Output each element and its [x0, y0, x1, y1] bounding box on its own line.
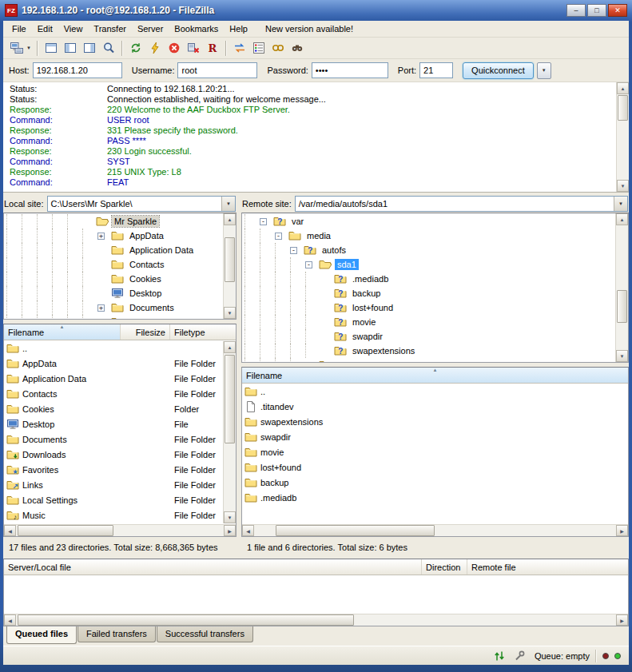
- local-site-combo[interactable]: C:\Users\Mr Sparkle\ ▼: [47, 196, 236, 212]
- tree-item-desktop[interactable]: Desktop: [6, 286, 222, 300]
- file-row-swapextensions[interactable]: swapextensions: [242, 414, 628, 429]
- refresh-icon[interactable]: [126, 39, 145, 58]
- quickconnect-button[interactable]: Quickconnect: [463, 62, 534, 79]
- file-row-movie[interactable]: movie: [242, 444, 628, 459]
- menu-edit[interactable]: Edit: [32, 22, 58, 36]
- menu-new-version-available[interactable]: New version available!: [260, 22, 359, 36]
- file-row-titandev[interactable]: .titandev: [242, 399, 628, 414]
- scrollbar-thumb[interactable]: [18, 525, 113, 536]
- file-row-favorites[interactable]: ★FavoritesFile Folder: [4, 462, 223, 477]
- maximize-button[interactable]: □: [587, 4, 606, 17]
- file-row-swapdir[interactable]: swapdir: [242, 429, 628, 444]
- toggle-queue-icon[interactable]: [99, 39, 118, 58]
- queue-hscrollbar[interactable]: ◀ ▶: [4, 614, 628, 626]
- scroll-up-icon[interactable]: ▲: [224, 341, 236, 353]
- tree-item-documents[interactable]: +Documents: [6, 300, 222, 315]
- remote-site-combo[interactable]: /var/media/autofs/sda1 ▼: [295, 196, 628, 212]
- file-row-local-settings[interactable]: Local SettingsFile Folder: [4, 492, 223, 507]
- tree-item-sda1[interactable]: -sda1: [244, 257, 614, 272]
- chevron-down-icon[interactable]: ▼: [614, 197, 627, 211]
- scroll-up-icon[interactable]: ▲: [616, 213, 628, 225]
- file-row-music[interactable]: ♪MusicFile Folder: [4, 507, 223, 523]
- menu-view[interactable]: View: [58, 22, 89, 36]
- scrollbar-thumb[interactable]: [276, 525, 435, 536]
- scroll-up-icon[interactable]: ▲: [224, 213, 236, 225]
- scrollbar-thumb[interactable]: [225, 355, 235, 443]
- file-row-links[interactable]: ↗LinksFile Folder: [4, 477, 223, 492]
- tree-item-mr-sparkle[interactable]: Mr Sparkle: [6, 214, 222, 229]
- scrollbar-thumb[interactable]: [225, 237, 235, 282]
- column-header-filename[interactable]: ▲Filename: [4, 324, 121, 340]
- scroll-up-icon[interactable]: ▲: [617, 82, 629, 94]
- menu-transfer[interactable]: Transfer: [88, 22, 132, 36]
- tree-item-var[interactable]: -?var: [244, 214, 614, 229]
- file-row-backup[interactable]: backup: [242, 475, 628, 490]
- tree-item-cookies[interactable]: Cookies: [6, 272, 222, 286]
- local-tree-scrollbar[interactable]: ▲ ▼: [223, 213, 236, 319]
- column-header-filesize[interactable]: Filesize: [121, 324, 170, 340]
- host-input[interactable]: [33, 62, 122, 78]
- horizontal-splitter[interactable]: [3, 556, 629, 558]
- scroll-left-icon[interactable]: ◀: [242, 525, 254, 536]
- file-row-downloads[interactable]: DownloadsFile Folder: [4, 447, 223, 462]
- toggle-local-tree-icon[interactable]: [61, 39, 80, 58]
- tree-item-swapdir[interactable]: ?swapdir: [244, 329, 614, 344]
- tree-item-movie[interactable]: ?movie: [244, 315, 614, 329]
- menu-server[interactable]: Server: [132, 22, 169, 36]
- filter-icon[interactable]: [249, 39, 268, 58]
- column-header-server-local-file[interactable]: Server/Local file: [4, 559, 422, 575]
- file-row-application-data[interactable]: Application DataFile Folder: [4, 371, 223, 386]
- tree-item-dvd[interactable]: +?dvd: [244, 358, 614, 362]
- scroll-down-icon[interactable]: ▼: [616, 350, 628, 362]
- scrollbar-thumb[interactable]: [18, 614, 354, 626]
- tree-item-appdata[interactable]: +AppData: [6, 229, 222, 243]
- scroll-down-icon[interactable]: ▼: [224, 307, 236, 319]
- tree-item-downloads[interactable]: +Downloads: [6, 315, 222, 319]
- file-row-desktop[interactable]: DesktopFile: [4, 416, 223, 431]
- expand-icon[interactable]: +: [97, 233, 105, 240]
- menu-file[interactable]: File: [6, 22, 32, 36]
- chevron-down-icon[interactable]: ▼: [221, 197, 235, 211]
- tree-item-mediadb[interactable]: ?.mediadb: [244, 272, 614, 286]
- log-scrollbar[interactable]: ▲ ▼: [616, 82, 629, 192]
- chevron-down-icon[interactable]: ▼: [26, 46, 31, 50]
- collapse-icon[interactable]: -: [290, 247, 297, 254]
- tree-item-swapextensions[interactable]: ?swapextensions: [244, 344, 614, 358]
- tab-queued-files[interactable]: Queued files: [6, 626, 77, 644]
- compare-icon[interactable]: [268, 39, 288, 58]
- tab-successful-transfers[interactable]: Successful transfers: [157, 626, 253, 642]
- process-queue-icon[interactable]: [145, 39, 165, 58]
- collapse-icon[interactable]: -: [260, 218, 267, 225]
- file-row-item[interactable]: ..: [4, 340, 223, 356]
- remote-tree-scrollbar[interactable]: ▲ ▼: [615, 213, 628, 362]
- close-button[interactable]: ✕: [608, 4, 627, 17]
- file-row-documents[interactable]: DocumentsFile Folder: [4, 431, 223, 447]
- column-header-filename[interactable]: ▲Filename: [242, 368, 628, 383]
- file-row-cookies[interactable]: CookiesFolder: [4, 401, 223, 416]
- port-input[interactable]: [419, 62, 453, 78]
- local-list-scrollbar[interactable]: ▲ ▼: [223, 341, 236, 523]
- scrollbar-thumb[interactable]: [618, 95, 628, 121]
- scroll-down-icon[interactable]: ▼: [617, 180, 629, 192]
- expand-icon[interactable]: +: [305, 362, 312, 363]
- site-manager-icon[interactable]: [7, 39, 26, 58]
- column-header-direction[interactable]: Direction: [422, 559, 467, 575]
- scroll-left-icon[interactable]: ◀: [4, 614, 16, 626]
- scroll-down-icon[interactable]: ▼: [224, 511, 236, 523]
- wrench-icon[interactable]: [513, 650, 526, 662]
- expand-icon[interactable]: +: [97, 319, 105, 320]
- file-row-item[interactable]: ..: [242, 384, 628, 399]
- scrollbar-thumb[interactable]: [617, 290, 627, 323]
- disconnect-icon[interactable]: [184, 39, 203, 58]
- minimize-button[interactable]: –: [566, 4, 586, 17]
- cancel-icon[interactable]: [165, 39, 184, 58]
- collapse-icon[interactable]: -: [305, 261, 312, 268]
- collapse-icon[interactable]: -: [275, 233, 282, 240]
- toggle-log-icon[interactable]: [42, 39, 61, 58]
- tree-item-application-data[interactable]: Application Data: [6, 243, 222, 257]
- tree-item-contacts[interactable]: Contacts: [6, 257, 222, 272]
- reconnect-icon[interactable]: R: [203, 39, 222, 58]
- file-row-mediadb[interactable]: .mediadb: [242, 490, 628, 505]
- titlebar[interactable]: FZ 192.168.1.20 - root@192.168.1.20 - Fi…: [0, 0, 632, 21]
- menu-help[interactable]: Help: [224, 22, 253, 36]
